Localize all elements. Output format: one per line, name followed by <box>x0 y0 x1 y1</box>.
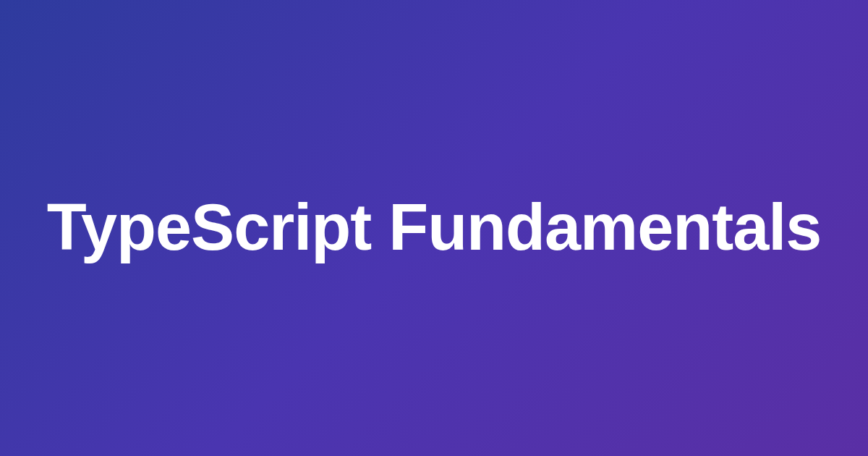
hero-banner: TypeScript Fundamentals <box>0 0 868 456</box>
page-title: TypeScript Fundamentals <box>47 190 822 266</box>
